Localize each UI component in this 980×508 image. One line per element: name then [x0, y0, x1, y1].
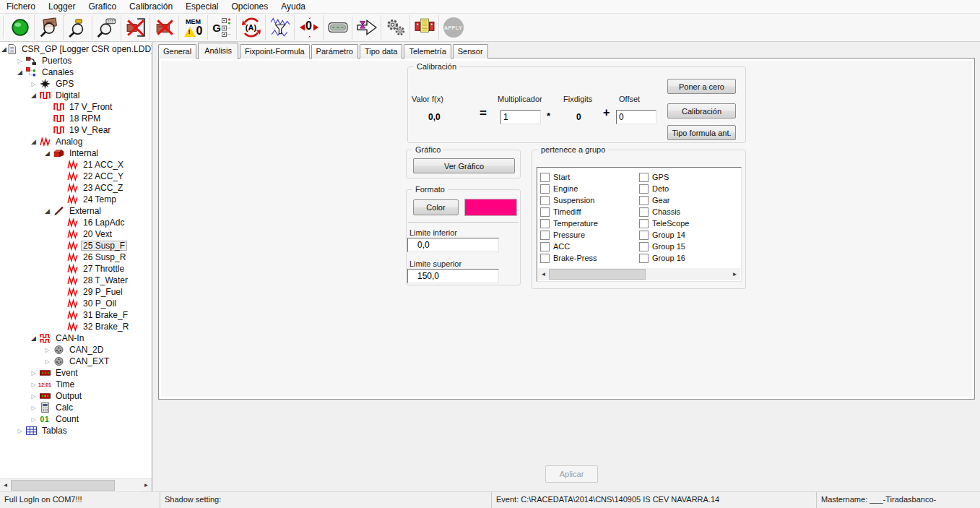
- color-button[interactable]: Color: [413, 199, 459, 215]
- checkbox[interactable]: [639, 242, 649, 251]
- search-device-button[interactable]: [93, 14, 120, 40]
- checkbox[interactable]: [639, 219, 649, 228]
- tree-item[interactable]: 27 Throttle: [0, 263, 152, 275]
- group-checkbox-row[interactable]: Gear: [639, 194, 689, 206]
- checkbox[interactable]: [540, 173, 550, 182]
- menu-item[interactable]: Fichero: [0, 0, 42, 13]
- tree-item[interactable]: Output: [0, 390, 152, 402]
- group-checkbox-row[interactable]: Pressure: [540, 229, 598, 241]
- connect-led-button[interactable]: [6, 14, 33, 40]
- tree-expander[interactable]: [1, 43, 6, 55]
- tree-expander[interactable]: [29, 379, 38, 391]
- multiplicador-input[interactable]: [500, 110, 541, 124]
- group-checkbox-row[interactable]: TeleScope: [639, 218, 689, 229]
- tree-item[interactable]: Canales: [0, 66, 152, 78]
- tree-item[interactable]: Calc: [0, 402, 152, 413]
- group-checkbox-row[interactable]: Group 16: [639, 252, 689, 264]
- limite-inferior-input[interactable]: [407, 238, 499, 252]
- apply-button-toolbar[interactable]: APPLY: [440, 14, 467, 40]
- tree-expander[interactable]: [29, 136, 38, 147]
- tab[interactable]: General: [158, 44, 196, 59]
- tree-expander[interactable]: [43, 205, 52, 217]
- logger-report-button[interactable]: [411, 14, 438, 40]
- tree-item[interactable]: 16 LapAdc: [0, 217, 152, 228]
- tree-item[interactable]: 25 Susp_F: [0, 240, 152, 251]
- set-zero-button[interactable]: 0: [295, 14, 322, 40]
- tab[interactable]: Parámetro: [311, 44, 358, 59]
- tree-expander[interactable]: [43, 344, 52, 356]
- aplicar-button[interactable]: Aplicar: [545, 465, 598, 483]
- checkbox[interactable]: [540, 219, 550, 228]
- checkbox[interactable]: [639, 254, 649, 263]
- scroll-thumb[interactable]: [11, 480, 115, 491]
- group-checkbox-row[interactable]: Suspension: [540, 194, 598, 206]
- checkbox[interactable]: [540, 254, 550, 263]
- scroll-thumb[interactable]: [549, 269, 646, 280]
- checkbox[interactable]: [639, 207, 649, 217]
- tipo-formula-button[interactable]: Tipo formula ant.: [667, 125, 736, 140]
- tree-expander[interactable]: [29, 90, 38, 101]
- tree-expander[interactable]: [29, 367, 38, 379]
- checkbox[interactable]: [540, 231, 550, 240]
- tree-item[interactable]: Internal: [0, 147, 152, 159]
- tree-item[interactable]: GPS: [0, 78, 152, 90]
- tree-item[interactable]: CAN-In: [0, 332, 152, 344]
- checkbox[interactable]: [540, 207, 550, 217]
- checkbox[interactable]: [540, 242, 550, 251]
- settings-gears-button[interactable]: [382, 14, 409, 40]
- checkbox[interactable]: [639, 184, 649, 194]
- disconnect-logger-button[interactable]: [122, 14, 149, 40]
- tree-item[interactable]: 12:01 Time: [0, 379, 152, 390]
- menu-item[interactable]: Logger: [42, 0, 82, 13]
- tree-expander[interactable]: [29, 78, 38, 90]
- tree-expander[interactable]: [29, 332, 38, 344]
- tree-item[interactable]: 01 Count: [0, 413, 152, 425]
- tree-item[interactable]: 18 RPM: [0, 113, 152, 124]
- group-checkbox-row[interactable]: Deto: [639, 183, 689, 194]
- tree-item[interactable]: 30 P_Oil: [0, 298, 152, 309]
- group-checkbox-row[interactable]: Start: [540, 171, 598, 183]
- tree-item[interactable]: External: [0, 205, 152, 217]
- tree-item[interactable]: 22 ACC_Y: [0, 171, 152, 182]
- tree-item[interactable]: 31 Brake_F: [0, 309, 152, 321]
- tree-expander[interactable]: [43, 147, 52, 159]
- history-button[interactable]: [353, 14, 380, 40]
- group-checkbox-row[interactable]: ACC: [540, 241, 598, 252]
- tree-item[interactable]: CAN_2D: [0, 344, 152, 356]
- tab[interactable]: Sensor: [453, 44, 488, 59]
- tree-item[interactable]: Event: [0, 367, 152, 379]
- delete-logger-button[interactable]: [151, 14, 178, 40]
- menu-item[interactable]: Ayuda: [274, 0, 312, 13]
- tree-item[interactable]: 32 Brake_R: [0, 321, 152, 332]
- checkbox[interactable]: [639, 173, 649, 182]
- menu-item[interactable]: Opciones: [225, 0, 274, 13]
- group-checkbox-row[interactable]: Timediff: [540, 206, 598, 218]
- scroll-left-arrow[interactable]: ◄: [538, 268, 549, 280]
- group-checkbox-row[interactable]: Group 15: [639, 241, 689, 252]
- tree-item[interactable]: CAN_EXT: [0, 356, 152, 367]
- menu-item[interactable]: Calibración: [123, 0, 179, 13]
- logger-structure-button[interactable]: G: [209, 14, 235, 40]
- checkbox[interactable]: [540, 184, 550, 194]
- group-checkbox-row[interactable]: Temperature: [540, 218, 598, 229]
- group-checkbox-row[interactable]: GPS: [639, 171, 689, 183]
- tree-expander[interactable]: [43, 356, 52, 368]
- tree-item[interactable]: 29 P_Fuel: [0, 286, 152, 298]
- scroll-right-arrow[interactable]: ►: [141, 479, 152, 491]
- dashboard-button[interactable]: [324, 14, 351, 40]
- tree-item[interactable]: Digital: [0, 90, 152, 101]
- menu-item[interactable]: Especial: [179, 0, 225, 13]
- tab[interactable]: Fixpoint-Formula: [240, 44, 310, 59]
- scroll-left-arrow[interactable]: ◄: [0, 479, 11, 491]
- group-checkbox-row[interactable]: Chassis: [639, 206, 689, 218]
- tree-item[interactable]: Analog: [0, 136, 152, 147]
- group-checkbox-row[interactable]: Group 14: [639, 229, 689, 241]
- tree-item[interactable]: Tablas: [0, 425, 152, 436]
- tree-expander[interactable]: [29, 390, 38, 402]
- calibracion-button[interactable]: Calibración: [667, 103, 736, 119]
- tree-expander[interactable]: [15, 55, 25, 67]
- scroll-right-arrow[interactable]: ►: [729, 268, 740, 280]
- group-checkbox-row[interactable]: Engine: [540, 183, 598, 194]
- poner-a-cero-button[interactable]: Poner a cero: [667, 79, 736, 94]
- tree-item[interactable]: 23 ACC_Z: [0, 182, 152, 194]
